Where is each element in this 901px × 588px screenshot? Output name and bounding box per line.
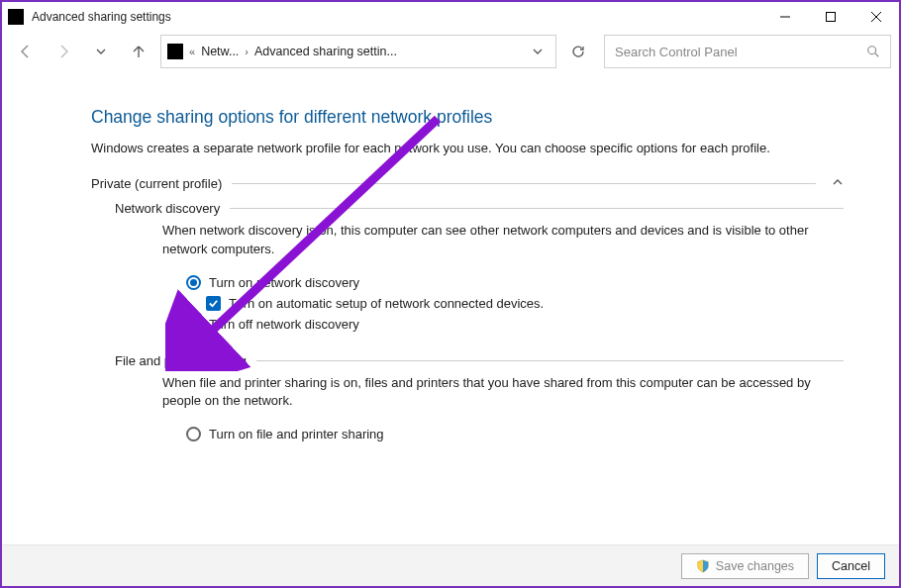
maximize-button[interactable] <box>808 2 853 32</box>
search-icon <box>866 45 880 58</box>
svg-rect-1 <box>827 13 836 22</box>
radio-label: Turn on file and printer sharing <box>209 427 384 441</box>
subgroup-network-discovery-header: Network discovery <box>115 201 844 216</box>
refresh-button[interactable] <box>562 36 594 67</box>
app-icon <box>8 9 24 25</box>
radio-label: Turn on network discovery <box>209 275 359 290</box>
back-button[interactable] <box>10 36 42 67</box>
nav-bar: « Netw... › Advanced sharing settin... S… <box>2 32 899 71</box>
page-description: Windows creates a separate network profi… <box>91 140 844 158</box>
address-dropdown-button[interactable] <box>526 47 550 56</box>
radio-icon <box>186 275 201 290</box>
address-bar[interactable]: « Netw... › Advanced sharing settin... <box>160 35 556 68</box>
breadcrumb-item-network[interactable]: Netw... <box>201 45 239 58</box>
separator-line <box>230 208 844 209</box>
recent-locations-button[interactable] <box>85 36 117 67</box>
radio-turn-off-network-discovery[interactable]: Turn off network discovery <box>186 317 844 332</box>
location-icon <box>167 44 183 59</box>
window-frame: Advanced sharing settings « Netw... <box>0 0 901 588</box>
radio-turn-on-file-printer-sharing[interactable]: Turn on file and printer sharing <box>186 427 844 441</box>
chevron-right-icon: › <box>245 46 249 57</box>
close-button[interactable] <box>853 2 899 32</box>
breadcrumb-item-advanced-sharing[interactable]: Advanced sharing settin... <box>254 45 397 58</box>
radio-label: Turn off network discovery <box>209 317 359 332</box>
content-area: Change sharing options for different net… <box>2 83 899 544</box>
cancel-button[interactable]: Cancel <box>817 553 885 579</box>
file-printer-description: When file and printer sharing is on, fil… <box>162 374 844 412</box>
collapse-icon[interactable] <box>816 176 844 191</box>
group-private-label: Private (current profile) <box>91 176 232 191</box>
up-button[interactable] <box>123 36 154 67</box>
radio-icon <box>186 317 201 332</box>
radio-turn-on-network-discovery[interactable]: Turn on network discovery <box>186 275 844 290</box>
window-title: Advanced sharing settings <box>32 10 171 24</box>
page-title: Change sharing options for different net… <box>91 107 844 128</box>
shield-icon <box>696 559 710 573</box>
radio-icon <box>186 427 201 441</box>
checkbox-icon <box>206 296 221 311</box>
separator-line <box>256 360 844 361</box>
subgroup-file-printer-header: File and printer sharing <box>115 353 844 368</box>
titlebar: Advanced sharing settings <box>2 2 899 32</box>
save-changes-button[interactable]: Save changes <box>681 553 809 579</box>
breadcrumb-overflow-icon: « <box>189 46 195 57</box>
footer-bar: Save changes Cancel <box>2 544 899 586</box>
checkbox-label: Turn on automatic setup of network conne… <box>229 296 544 311</box>
separator-line <box>232 183 816 184</box>
svg-line-5 <box>875 53 879 57</box>
minimize-button[interactable] <box>762 2 808 32</box>
search-input[interactable]: Search Control Panel <box>604 35 891 68</box>
svg-point-4 <box>868 47 876 54</box>
network-discovery-description: When network discovery is on, this compu… <box>162 222 844 259</box>
save-changes-label: Save changes <box>716 559 794 573</box>
search-placeholder: Search Control Panel <box>615 45 866 59</box>
subgroup-network-discovery-label: Network discovery <box>115 201 230 216</box>
group-private-header[interactable]: Private (current profile) <box>91 176 844 191</box>
cancel-label: Cancel <box>832 559 870 573</box>
forward-button[interactable] <box>48 36 79 67</box>
checkbox-auto-setup[interactable]: Turn on automatic setup of network conne… <box>206 296 844 311</box>
subgroup-file-printer-label: File and printer sharing <box>115 353 256 368</box>
